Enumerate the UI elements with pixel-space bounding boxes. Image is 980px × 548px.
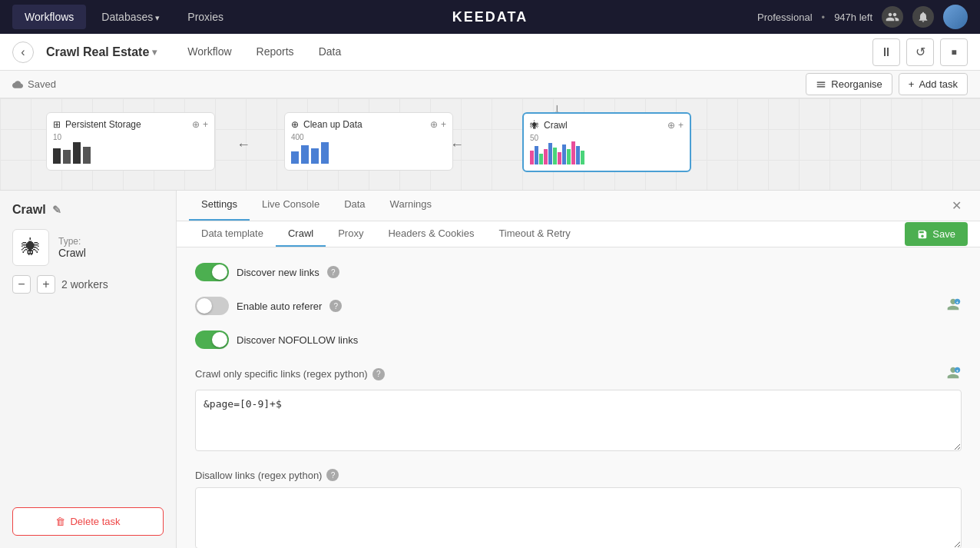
storage-title-text: Persistent Storage [65, 119, 141, 130]
cleanup-icon: ⊕ [291, 119, 299, 130]
crawl-specific-textarea[interactable]: &page=[0-9]+$ [195, 390, 962, 451]
sub-nav-controls: ⏸ ↺ ■ [872, 38, 968, 66]
tab-data[interactable]: Data [332, 191, 377, 221]
top-nav-left: Workflows Databases Proxies [12, 5, 236, 29]
discover-help-icon[interactable]: ? [327, 266, 339, 278]
pin-icon[interactable]: ⊕ [192, 119, 200, 130]
enable-auto-referer-row: Enable auto referer ? + [195, 297, 962, 315]
refresh-button[interactable]: ↺ [906, 38, 934, 66]
crawl-specific-group: Crawl only specific links (regex python)… [195, 364, 962, 453]
saved-text: Saved [28, 78, 56, 90]
discover-new-links-row: Discover new links ? [195, 263, 962, 281]
subtab-proxy[interactable]: Proxy [326, 221, 376, 247]
task-card-cleanup[interactable]: ⊕ Clean up Data ⊕ + 400 [284, 112, 453, 171]
crbar9 [567, 149, 571, 164]
subnav-data[interactable]: Data [306, 39, 354, 65]
tab-warnings[interactable]: Warnings [378, 191, 444, 221]
tab-live-console[interactable]: Live Console [250, 191, 332, 221]
nav-proxies[interactable]: Proxies [175, 5, 236, 29]
stop-button[interactable]: ■ [940, 38, 968, 66]
subnav-reports[interactable]: Reports [244, 39, 306, 65]
bar3 [73, 142, 81, 164]
card-title-storage: ⊞ Persistent Storage [53, 119, 141, 130]
notification-icon[interactable] [912, 6, 934, 28]
subtab-headers-cookies[interactable]: Headers & Cookies [376, 221, 486, 247]
storage-chart [53, 139, 91, 164]
disallow-textarea[interactable] [195, 487, 962, 548]
cleanup-pin-icon[interactable]: ⊕ [430, 119, 438, 130]
bar4 [83, 147, 91, 164]
increase-workers-button[interactable]: + [37, 275, 55, 294]
subtab-data-template[interactable]: Data template [189, 221, 276, 247]
nav-workflows[interactable]: Workflows [12, 5, 86, 29]
delete-task-button[interactable]: 🗑 Delete task [12, 507, 164, 536]
sub-nav: ‹ Crawl Real Estate ▾ Workflow Reports D… [0, 34, 980, 71]
save-label: Save [932, 228, 955, 240]
workers-row: − + 2 workers [12, 275, 164, 294]
disallow-help-icon[interactable]: ? [326, 469, 339, 481]
sidebar-task-title: Crawl [12, 203, 46, 217]
canvas-area[interactable]: ↓ ← ← ⊞ Persistent Storage ⊕ + 10 [0, 98, 980, 191]
bar1 [53, 148, 61, 164]
project-title-text: Crawl Real Estate [46, 45, 149, 59]
crawl-pin-icon[interactable]: ⊕ [667, 120, 675, 131]
project-title[interactable]: Crawl Real Estate ▾ [46, 45, 157, 59]
crbar3 [539, 154, 543, 164]
left-sidebar: Crawl ✎ 🕷 Type: Crawl − + 2 workers 🗑 De… [0, 191, 177, 548]
workers-count: 2 workers [61, 278, 108, 291]
add-task-button[interactable]: + Add task [899, 73, 968, 95]
crawl-specific-label-text: Crawl only specific links (regex python) [195, 368, 368, 380]
crbar6 [553, 148, 557, 164]
cbar4 [321, 142, 329, 164]
save-button[interactable]: Save [905, 222, 968, 246]
enable-auto-referer-label: Enable auto referer [237, 301, 322, 312]
crawl-specific-help-icon[interactable]: ? [372, 368, 385, 380]
task-card-crawl[interactable]: 🕷 Crawl ⊕ + 50 [522, 112, 691, 172]
top-nav-right: Professional • 947h left [757, 5, 968, 29]
crbar7 [558, 152, 561, 164]
subtab-timeout-retry[interactable]: Timeout & Retry [486, 221, 582, 247]
disallow-label: Disallow links (regex python) ? [195, 469, 962, 481]
pause-button[interactable]: ⏸ [872, 38, 900, 66]
right-panel: Settings Live Console Data Warnings ✕ Da… [177, 191, 980, 548]
subnav-workflow[interactable]: Workflow [175, 39, 243, 65]
tab-settings[interactable]: Settings [189, 191, 250, 221]
task-cards-container: ← ← ⊞ Persistent Storage ⊕ + 10 [46, 112, 691, 172]
task-card-persistent-storage[interactable]: ⊞ Persistent Storage ⊕ + 10 [46, 112, 215, 171]
back-button[interactable]: ‹ [12, 42, 34, 63]
add-icon[interactable]: + [203, 119, 208, 130]
enable-auto-referer-toggle[interactable] [195, 297, 229, 315]
status-bar: Saved Reorganise + Add task [0, 71, 980, 98]
decrease-workers-button[interactable]: − [12, 275, 31, 294]
crawl-icon: 🕷 [530, 120, 539, 131]
cleanup-add-icon[interactable]: + [441, 119, 446, 130]
card-actions-cleanup: ⊕ + [430, 119, 446, 130]
subtab-crawl[interactable]: Crawl [276, 221, 326, 247]
edit-icon[interactable]: ✎ [52, 204, 61, 216]
discover-nofollow-toggle[interactable] [195, 330, 229, 349]
nav-databases[interactable]: Databases [89, 5, 172, 29]
discover-new-links-toggle[interactable] [195, 263, 229, 281]
crawl-add-icon[interactable]: + [678, 120, 684, 131]
plan-label: Professional [757, 12, 813, 23]
team-icon[interactable] [882, 6, 903, 28]
type-row: 🕷 Type: Crawl [12, 229, 164, 266]
crbar1 [530, 151, 534, 164]
crbar5 [548, 143, 552, 164]
svg-text:+: + [956, 300, 958, 304]
crawl-specific-person-icon: + [945, 364, 962, 384]
user-avatar[interactable] [943, 5, 968, 29]
discover-new-links-label: Discover new links [237, 267, 319, 278]
brand-logo: KEEDATA [452, 9, 528, 25]
card-body-storage: 10 [53, 133, 208, 164]
sub-tabs: Data template Crawl Proxy Headers & Cook… [177, 221, 980, 247]
toggle-thumb-referer [197, 298, 212, 314]
card-header-crawl: 🕷 Crawl ⊕ + [530, 120, 684, 131]
disallow-group: Disallow links (regex python) ? [195, 469, 962, 548]
crbar10 [571, 141, 575, 164]
reorganise-button[interactable]: Reorganise [806, 73, 892, 95]
panel-close-button[interactable]: ✕ [945, 191, 968, 221]
card-body-crawl: 50 [530, 134, 684, 164]
referer-help-icon[interactable]: ? [329, 300, 342, 312]
status-bar-right: Reorganise + Add task [806, 73, 968, 95]
